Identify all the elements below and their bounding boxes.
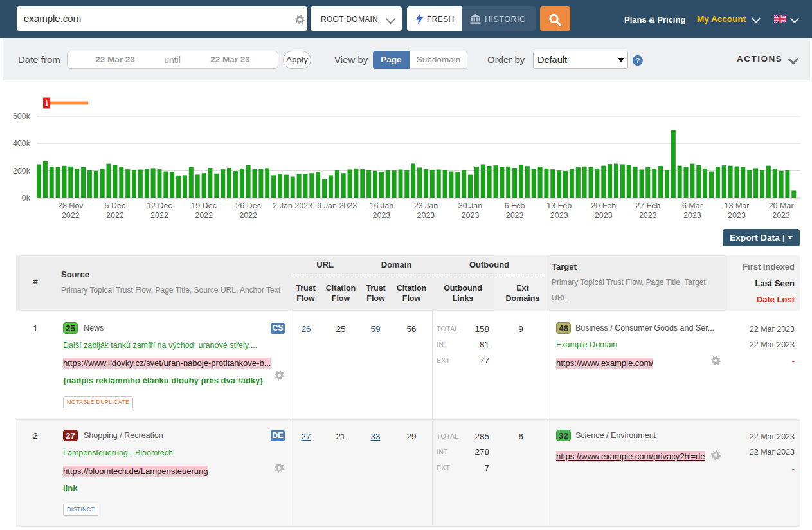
svg-text:0k: 0k — [22, 194, 31, 203]
svg-text:30 Jan: 30 Jan — [458, 201, 483, 210]
svg-text:6 Feb: 6 Feb — [505, 201, 525, 210]
svg-text:2023: 2023 — [595, 211, 613, 220]
svg-text:13 Mar: 13 Mar — [725, 201, 750, 210]
svg-text:13 Feb: 13 Feb — [546, 201, 572, 210]
svg-text:400k: 400k — [13, 139, 31, 148]
svg-text:27 Feb: 27 Feb — [635, 201, 660, 210]
svg-text:20 Feb: 20 Feb — [591, 201, 616, 210]
svg-text:2022: 2022 — [195, 211, 213, 220]
svg-text:5 Dec: 5 Dec — [105, 201, 126, 210]
svg-text:28 Nov: 28 Nov — [58, 201, 84, 210]
svg-text:19 Dec: 19 Dec — [191, 201, 217, 210]
svg-text:26 Dec: 26 Dec — [235, 201, 261, 210]
svg-text:200k: 200k — [13, 167, 31, 176]
svg-text:2023: 2023 — [639, 211, 657, 220]
svg-text:2022: 2022 — [106, 211, 124, 220]
svg-text:2023: 2023 — [683, 211, 701, 220]
svg-text:2022: 2022 — [150, 211, 168, 220]
svg-text:2023: 2023 — [772, 211, 790, 220]
svg-text:16 Jan: 16 Jan — [370, 201, 394, 210]
svg-text:23 Jan: 23 Jan — [414, 201, 438, 210]
svg-text:2022: 2022 — [239, 211, 257, 220]
svg-text:2023: 2023 — [506, 211, 524, 220]
svg-text:12 Dec: 12 Dec — [147, 201, 172, 210]
svg-text:600k: 600k — [13, 112, 31, 121]
svg-text:2023: 2023 — [462, 211, 480, 220]
svg-text:2023: 2023 — [728, 211, 746, 220]
svg-text:6 Mar: 6 Mar — [682, 201, 703, 210]
svg-text:2022: 2022 — [62, 211, 80, 220]
svg-text:2023: 2023 — [550, 211, 568, 220]
svg-text:2023: 2023 — [372, 211, 390, 220]
svg-text:9 Jan 2023: 9 Jan 2023 — [317, 201, 357, 210]
svg-text:2023: 2023 — [417, 211, 435, 220]
svg-text:i: i — [46, 98, 48, 108]
svg-text:20 Mar: 20 Mar — [769, 201, 794, 210]
svg-text:2 Jan 2023: 2 Jan 2023 — [273, 201, 312, 210]
